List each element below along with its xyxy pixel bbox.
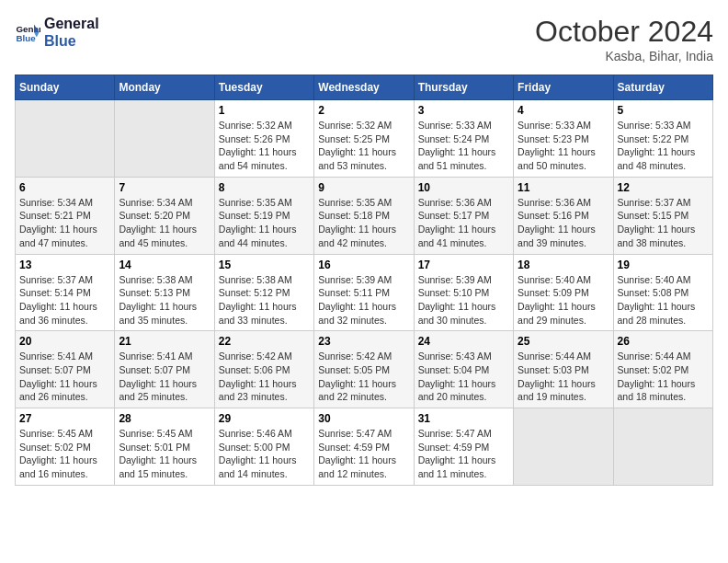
calendar-cell: 15Sunrise: 5:38 AM Sunset: 5:12 PM Dayli… <box>214 254 313 331</box>
weekday-header-thursday: Thursday <box>414 75 513 100</box>
day-info: Sunrise: 5:42 AM Sunset: 5:06 PM Dayligh… <box>219 350 310 404</box>
calendar-cell <box>613 408 712 486</box>
calendar-table: SundayMondayTuesdayWednesdayThursdayFrid… <box>15 75 713 486</box>
day-info: Sunrise: 5:40 AM Sunset: 5:09 PM Dayligh… <box>518 273 609 327</box>
calendar-cell: 5Sunrise: 5:33 AM Sunset: 5:22 PM Daylig… <box>613 100 712 178</box>
day-number: 30 <box>318 412 409 425</box>
day-number: 2 <box>318 104 409 117</box>
day-number: 21 <box>119 335 210 348</box>
day-info: Sunrise: 5:39 AM Sunset: 5:11 PM Dayligh… <box>318 273 409 327</box>
day-info: Sunrise: 5:45 AM Sunset: 5:01 PM Dayligh… <box>119 427 210 481</box>
day-number: 24 <box>418 335 509 348</box>
day-info: Sunrise: 5:35 AM Sunset: 5:19 PM Dayligh… <box>219 196 310 250</box>
calendar-cell: 3Sunrise: 5:33 AM Sunset: 5:24 PM Daylig… <box>414 100 513 178</box>
day-number: 16 <box>318 259 409 271</box>
day-info: Sunrise: 5:47 AM Sunset: 4:59 PM Dayligh… <box>318 427 409 481</box>
day-info: Sunrise: 5:38 AM Sunset: 5:12 PM Dayligh… <box>219 273 310 327</box>
calendar-cell <box>16 100 115 178</box>
day-number: 4 <box>518 104 609 117</box>
weekday-header-row: SundayMondayTuesdayWednesdayThursdayFrid… <box>16 75 713 100</box>
day-info: Sunrise: 5:45 AM Sunset: 5:02 PM Dayligh… <box>19 427 110 481</box>
calendar-cell: 6Sunrise: 5:34 AM Sunset: 5:21 PM Daylig… <box>16 177 115 254</box>
day-info: Sunrise: 5:41 AM Sunset: 5:07 PM Dayligh… <box>119 350 210 404</box>
calendar-cell: 12Sunrise: 5:37 AM Sunset: 5:15 PM Dayli… <box>613 177 712 254</box>
calendar-cell <box>115 100 214 178</box>
day-info: Sunrise: 5:35 AM Sunset: 5:18 PM Dayligh… <box>318 196 409 250</box>
calendar-cell: 14Sunrise: 5:38 AM Sunset: 5:13 PM Dayli… <box>115 254 214 331</box>
weekday-header-friday: Friday <box>514 75 613 100</box>
day-number: 5 <box>618 104 709 117</box>
day-number: 27 <box>19 412 110 425</box>
calendar-cell: 30Sunrise: 5:47 AM Sunset: 4:59 PM Dayli… <box>314 408 414 486</box>
svg-text:Blue: Blue <box>16 33 36 43</box>
day-number: 3 <box>418 104 509 117</box>
calendar-cell: 19Sunrise: 5:40 AM Sunset: 5:08 PM Dayli… <box>613 254 712 331</box>
day-info: Sunrise: 5:33 AM Sunset: 5:22 PM Dayligh… <box>618 119 709 173</box>
day-number: 15 <box>219 259 310 271</box>
calendar-cell: 21Sunrise: 5:41 AM Sunset: 5:07 PM Dayli… <box>115 331 214 408</box>
calendar-cell: 7Sunrise: 5:34 AM Sunset: 5:20 PM Daylig… <box>115 177 214 254</box>
location: Kasba, Bihar, India <box>535 49 713 63</box>
day-number: 13 <box>19 259 110 271</box>
calendar-cell: 2Sunrise: 5:32 AM Sunset: 5:25 PM Daylig… <box>314 100 414 178</box>
weekday-header-saturday: Saturday <box>613 75 712 100</box>
day-info: Sunrise: 5:41 AM Sunset: 5:07 PM Dayligh… <box>19 350 110 404</box>
day-number: 19 <box>618 259 709 271</box>
calendar-cell: 24Sunrise: 5:43 AM Sunset: 5:04 PM Dayli… <box>414 331 513 408</box>
calendar-cell: 29Sunrise: 5:46 AM Sunset: 5:00 PM Dayli… <box>214 408 313 486</box>
calendar-week-row: 6Sunrise: 5:34 AM Sunset: 5:21 PM Daylig… <box>16 177 713 254</box>
calendar-cell: 23Sunrise: 5:42 AM Sunset: 5:05 PM Dayli… <box>314 331 414 408</box>
day-info: Sunrise: 5:44 AM Sunset: 5:03 PM Dayligh… <box>518 350 609 404</box>
day-info: Sunrise: 5:38 AM Sunset: 5:13 PM Dayligh… <box>119 273 210 327</box>
day-info: Sunrise: 5:39 AM Sunset: 5:10 PM Dayligh… <box>418 273 509 327</box>
day-number: 23 <box>318 335 409 348</box>
title-area: October 2024 Kasba, Bihar, India <box>535 15 713 63</box>
day-number: 10 <box>418 181 509 194</box>
weekday-header-monday: Monday <box>115 75 214 100</box>
day-info: Sunrise: 5:36 AM Sunset: 5:16 PM Dayligh… <box>518 196 609 250</box>
day-info: Sunrise: 5:40 AM Sunset: 5:08 PM Dayligh… <box>618 273 709 327</box>
day-info: Sunrise: 5:46 AM Sunset: 5:00 PM Dayligh… <box>219 427 310 481</box>
calendar-cell: 22Sunrise: 5:42 AM Sunset: 5:06 PM Dayli… <box>214 331 313 408</box>
calendar-cell: 10Sunrise: 5:36 AM Sunset: 5:17 PM Dayli… <box>414 177 513 254</box>
day-info: Sunrise: 5:37 AM Sunset: 5:15 PM Dayligh… <box>618 196 709 250</box>
calendar-cell: 11Sunrise: 5:36 AM Sunset: 5:16 PM Dayli… <box>514 177 613 254</box>
day-info: Sunrise: 5:37 AM Sunset: 5:14 PM Dayligh… <box>19 273 110 327</box>
day-number: 14 <box>119 259 210 271</box>
month-title: October 2024 <box>535 15 713 49</box>
day-info: Sunrise: 5:33 AM Sunset: 5:23 PM Dayligh… <box>518 119 609 173</box>
day-number: 9 <box>318 181 409 194</box>
calendar-cell: 26Sunrise: 5:44 AM Sunset: 5:02 PM Dayli… <box>613 331 712 408</box>
weekday-header-wednesday: Wednesday <box>314 75 414 100</box>
calendar-week-row: 20Sunrise: 5:41 AM Sunset: 5:07 PM Dayli… <box>16 331 713 408</box>
calendar-cell: 4Sunrise: 5:33 AM Sunset: 5:23 PM Daylig… <box>514 100 613 178</box>
day-info: Sunrise: 5:34 AM Sunset: 5:21 PM Dayligh… <box>19 196 110 250</box>
calendar-cell: 13Sunrise: 5:37 AM Sunset: 5:14 PM Dayli… <box>16 254 115 331</box>
calendar-cell: 9Sunrise: 5:35 AM Sunset: 5:18 PM Daylig… <box>314 177 414 254</box>
day-number: 26 <box>618 335 709 348</box>
day-number: 22 <box>219 335 310 348</box>
day-number: 18 <box>518 259 609 271</box>
logo-blue: Blue <box>44 32 99 50</box>
day-number: 31 <box>418 412 509 425</box>
calendar-cell: 1Sunrise: 5:32 AM Sunset: 5:26 PM Daylig… <box>214 100 313 178</box>
calendar-cell: 31Sunrise: 5:47 AM Sunset: 4:59 PM Dayli… <box>414 408 513 486</box>
day-info: Sunrise: 5:32 AM Sunset: 5:26 PM Dayligh… <box>219 119 310 173</box>
day-info: Sunrise: 5:34 AM Sunset: 5:20 PM Dayligh… <box>119 196 210 250</box>
calendar-cell: 20Sunrise: 5:41 AM Sunset: 5:07 PM Dayli… <box>16 331 115 408</box>
day-number: 11 <box>518 181 609 194</box>
day-number: 17 <box>418 259 509 271</box>
day-number: 1 <box>219 104 310 117</box>
calendar-cell: 28Sunrise: 5:45 AM Sunset: 5:01 PM Dayli… <box>115 408 214 486</box>
calendar-cell: 27Sunrise: 5:45 AM Sunset: 5:02 PM Dayli… <box>16 408 115 486</box>
calendar-week-row: 13Sunrise: 5:37 AM Sunset: 5:14 PM Dayli… <box>16 254 713 331</box>
day-number: 8 <box>219 181 310 194</box>
day-info: Sunrise: 5:44 AM Sunset: 5:02 PM Dayligh… <box>618 350 709 404</box>
day-number: 20 <box>19 335 110 348</box>
day-info: Sunrise: 5:33 AM Sunset: 5:24 PM Dayligh… <box>418 119 509 173</box>
calendar-cell <box>514 408 613 486</box>
calendar-cell: 18Sunrise: 5:40 AM Sunset: 5:09 PM Dayli… <box>514 254 613 331</box>
logo: General Blue General Blue <box>15 15 99 50</box>
weekday-header-tuesday: Tuesday <box>214 75 313 100</box>
day-info: Sunrise: 5:32 AM Sunset: 5:25 PM Dayligh… <box>318 119 409 173</box>
